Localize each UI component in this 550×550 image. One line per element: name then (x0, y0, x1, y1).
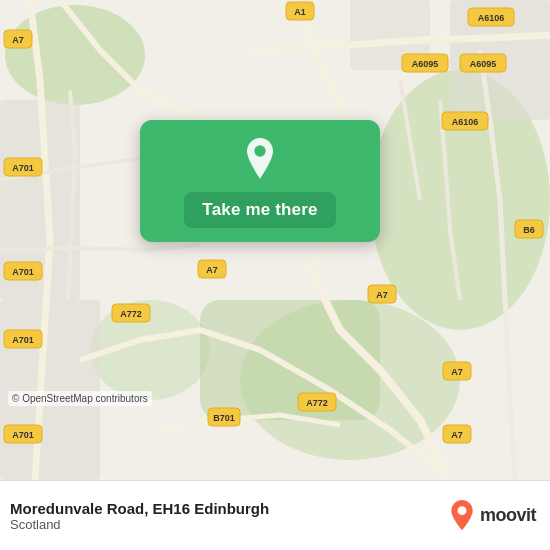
svg-text:B6: B6 (523, 225, 535, 235)
moovit-logo: moovit (448, 500, 536, 532)
svg-text:A6106: A6106 (452, 117, 479, 127)
svg-text:A7: A7 (376, 290, 388, 300)
address-section: Moredunvale Road, EH16 Edinburgh Scotlan… (10, 500, 269, 532)
svg-text:A6106: A6106 (478, 13, 505, 23)
address-main: Moredunvale Road, EH16 Edinburgh (10, 500, 269, 517)
moovit-pin-icon (448, 500, 476, 532)
svg-text:A7: A7 (12, 35, 24, 45)
svg-text:A7: A7 (451, 367, 463, 377)
osm-attribution: © OpenStreetMap contributors (8, 391, 152, 406)
location-pin-icon (238, 138, 282, 182)
svg-text:A7: A7 (451, 430, 463, 440)
bottom-bar: Moredunvale Road, EH16 Edinburgh Scotlan… (0, 480, 550, 550)
svg-text:A6095: A6095 (470, 59, 497, 69)
svg-text:A701: A701 (12, 267, 34, 277)
svg-point-47 (458, 506, 467, 515)
location-card: Take me there (140, 120, 380, 242)
svg-rect-7 (0, 300, 100, 480)
take-me-there-button[interactable]: Take me there (184, 192, 335, 228)
svg-text:A701: A701 (12, 430, 34, 440)
moovit-text: moovit (480, 505, 536, 526)
map-container: A7 A1 A6106 A6095 A6095 A6106 A701 A701 … (0, 0, 550, 480)
svg-text:A701: A701 (12, 335, 34, 345)
svg-text:A772: A772 (306, 398, 328, 408)
svg-text:A701: A701 (12, 163, 34, 173)
svg-text:A772: A772 (120, 309, 142, 319)
svg-text:A7: A7 (206, 265, 218, 275)
svg-text:A6095: A6095 (412, 59, 439, 69)
address-sub: Scotland (10, 517, 269, 532)
svg-text:B701: B701 (213, 413, 235, 423)
svg-text:A1: A1 (294, 7, 306, 17)
svg-point-46 (254, 145, 265, 156)
